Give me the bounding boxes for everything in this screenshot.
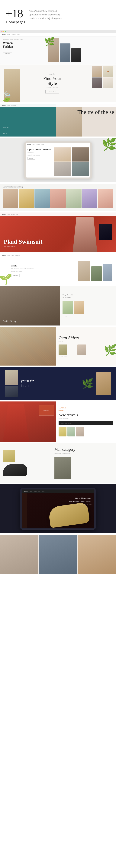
plant-decoration-minimal: 🌱 — [0, 273, 12, 284]
insta-img-7 — [98, 189, 113, 208]
tablet-img-3 — [54, 162, 71, 176]
p10-cta[interactable]: SHOP NOW — [21, 389, 79, 391]
laptop-slogan: Our golden sneakerin exquisite Vitello l… — [69, 497, 91, 503]
final-img-3 — [78, 535, 116, 574]
p1-subtext: Collection 2019 — [3, 49, 44, 51]
tablet-frame: amely. Shop Collection About Optical Gla… — [24, 142, 92, 179]
p6-text: Plaid Swimsuit Shop the collection — [4, 239, 42, 247]
tablet-img-1 — [54, 148, 71, 162]
insta-img-1 — [3, 189, 18, 208]
p2-shoe-img — [4, 69, 20, 102]
p11-shop-btn[interactable]: Shop Collection — [59, 422, 113, 425]
p8-label: Outfit of today — [3, 320, 16, 323]
p3-nav-link-2: Collection — [11, 105, 16, 106]
tablet-title: Optical Glasses Collection — [28, 148, 51, 151]
p7-explore-btn[interactable]: Explore — [11, 274, 20, 277]
p6-nav-logo: amely. — [2, 214, 6, 215]
insta-img-6 — [82, 189, 97, 208]
insta-img-5 — [66, 189, 82, 208]
p11-prod-1 — [59, 427, 66, 436]
p12-product-top — [3, 450, 15, 462]
p12-subtitle: in exquisite Vitello leather — [54, 453, 114, 455]
tablet-shop-btn[interactable]: Shop Now — [28, 157, 35, 160]
p11-orange-text: you'll findin time — [59, 407, 113, 411]
p7-nav-logo: amely. — [2, 254, 6, 256]
preview-man-category: Man category in exquisite Vitello leathe… — [0, 443, 116, 483]
insta-img-2 — [19, 189, 34, 208]
preview-women-fashion: amely. Shop Collection About Because of … — [0, 30, 116, 64]
p11-product-label: sunglasses — [44, 410, 49, 411]
p1-img-2 — [60, 43, 70, 62]
instagram-label: Make Your Instagram Shop — [3, 186, 113, 188]
p6-product-img — [99, 224, 112, 240]
p12-left — [0, 443, 52, 483]
p10-img-1 — [5, 370, 18, 385]
preview-new-arrivals: sunglasses you'll findin time New arriva… — [0, 401, 116, 442]
p1-img-3 — [71, 48, 81, 62]
p11-left: sunglasses — [0, 401, 56, 442]
p7-brand: amely. — [11, 265, 74, 267]
p7-description: We offer best brand fashion collectionfo… — [11, 268, 45, 273]
preview-tablet: 🌿 amely. Shop Collection About Optical G… — [0, 138, 116, 182]
p11-title: New arrivals — [59, 413, 113, 417]
hero-title-block: +18 Homepages — [6, 7, 25, 25]
plant-decoration-navy: 🌿 — [82, 378, 93, 389]
p7-img-2 — [91, 266, 102, 281]
insta-img-3 — [34, 189, 50, 208]
hero-description: Amely's gracefully designed appearance w… — [29, 9, 67, 20]
p7-img-1 — [78, 260, 90, 281]
p7-images — [78, 260, 112, 281]
p9-floral-img — [0, 327, 56, 366]
p3-brand: amely. — [3, 127, 53, 128]
p11-prod-3 — [76, 427, 84, 436]
p12-person-img — [54, 457, 71, 479]
p1-heading: WomenFashion — [3, 41, 44, 48]
preview-laptop-dark: amely. Shop Women Men About Our golden s… — [0, 485, 116, 533]
tablet-screen: amely. Shop Collection About Optical Gla… — [26, 143, 90, 178]
p6-subtitle: Shop the collection — [4, 246, 42, 247]
p8-model-img: Outfit of today — [0, 286, 60, 326]
p7-img-3 — [103, 265, 112, 281]
p2-img-a — [92, 66, 102, 77]
p12-title: Man category — [54, 447, 114, 452]
plant-decoration-floral: 🌿 — [104, 344, 116, 356]
hero-section: +18 Homepages Amely's gracefully designe… — [0, 0, 116, 30]
p8-nav-dots: ● ○ ○ ○ — [62, 316, 114, 318]
p1-img-1 — [48, 38, 59, 62]
preview-teal: amely. Shop Collection amely. Summer Col… — [0, 103, 116, 136]
p2-tagline: amely. — [33, 73, 71, 75]
p3-collection: Summer Collection — [3, 128, 53, 130]
p6-model — [73, 217, 97, 252]
preview-instagram: Make Your Instagram Shop — [0, 184, 116, 211]
tablet-img-4 — [72, 162, 89, 176]
p10-left-images — [5, 370, 18, 397]
p3-teal-panel: amely. Summer Collection — [0, 103, 56, 136]
preview-minimal: amely. NEW Shop Collection 🌱 amely. We o… — [0, 253, 116, 284]
p10-img-2 — [5, 386, 18, 397]
p9-prod-1 — [59, 344, 67, 355]
final-img-2 — [39, 535, 77, 574]
p3-nav-link-1: Shop — [7, 105, 9, 106]
preview-final-models — [0, 535, 116, 574]
p11-prod-2 — [67, 427, 75, 436]
plant-decoration-tablet: 🌿 — [102, 138, 116, 151]
p2-shop-btn[interactable]: Shop Now — [46, 90, 59, 93]
p12-right: Man category in exquisite Vitello leathe… — [52, 443, 116, 483]
insta-img-4 — [50, 189, 65, 208]
p1-shop-btn[interactable]: Shop Now — [3, 52, 12, 55]
p11-model — [3, 404, 29, 442]
p3-right-panel: The tre of the se — [56, 103, 116, 136]
laptop-frame: amely. Shop Women Men About Our golden s… — [20, 488, 96, 529]
preview-find-style: 🍃 amely. Find YourStyle Seasonal Collect… — [0, 64, 116, 102]
p6-title: Plaid Swimsuit — [4, 239, 42, 245]
p3-nav-logo: amely. — [2, 104, 6, 106]
p10-label: COLLECTION — [21, 376, 79, 378]
laptop-text-overlay: Our golden sneakerin exquisite Vitello l… — [69, 497, 91, 505]
p8-product-2 — [74, 301, 84, 314]
laptop-screen: amely. Shop Women Men About Our golden s… — [22, 490, 94, 528]
tablet-img-2 — [72, 148, 89, 162]
hero-label: Homepages — [6, 20, 25, 25]
p11-right: you'll findin time New arrivals Latest c… — [56, 401, 116, 442]
p2-subtitle: Seasonal Collection — [33, 87, 71, 88]
p2-img-c — [92, 78, 102, 88]
